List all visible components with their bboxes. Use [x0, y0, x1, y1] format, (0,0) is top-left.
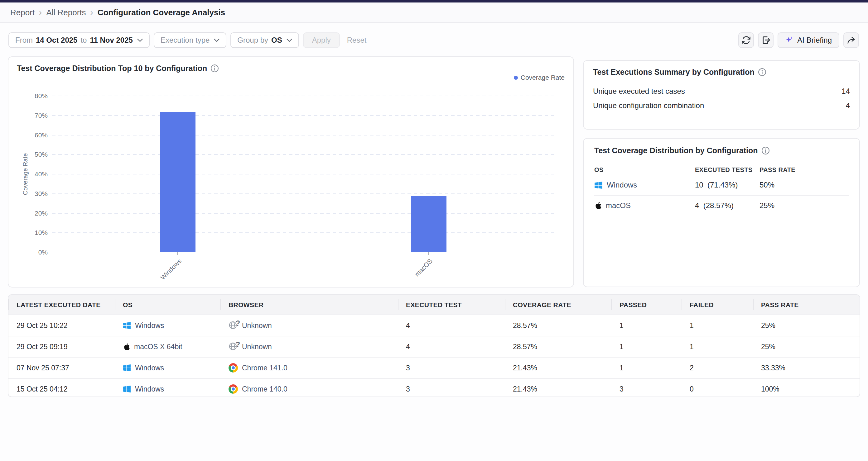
execution-type-label: Execution type	[161, 36, 210, 44]
info-icon[interactable]	[762, 146, 770, 155]
distribution-header: OSEXECUTED TESTSPASS RATE	[594, 164, 849, 175]
gridline	[52, 135, 554, 135]
info-icon[interactable]	[211, 64, 219, 73]
summary-row-label: Unique executed test cases	[593, 87, 685, 96]
distribution-os-name: macOS	[606, 201, 631, 210]
gridline	[52, 232, 554, 233]
chevron-down-icon	[286, 39, 292, 42]
top-accent-strip	[0, 0, 868, 2]
legend-label: Coverage Rate	[521, 74, 565, 81]
table-header-cell: FAILED	[682, 295, 753, 315]
distribution-row[interactable]: Windows 10 (71.43%) 50%	[594, 175, 849, 196]
cell-browser: Chrome 141.0	[220, 363, 398, 372]
cell-failed: 1	[682, 322, 753, 330]
chart-title: Test Coverage Distribution Top 10 by Con…	[17, 64, 207, 73]
page-title: Configuration Coverage Analysis	[98, 8, 225, 18]
table-header-row: LATEST EXECUTED DATEOSBROWSEREXECUTED TE…	[8, 295, 860, 315]
cell-os: Windows	[115, 385, 220, 393]
group-by-dropdown[interactable]: Group by OS	[230, 32, 299, 48]
chevron-right-separator: ›	[90, 8, 93, 17]
cell-latest-executed-date: 15 Oct 25 04:12	[8, 385, 115, 393]
group-by-label: Group by	[237, 36, 268, 44]
chrome-icon	[228, 384, 238, 394]
executions-table-card: LATEST EXECUTED DATEOSBROWSEREXECUTED TE…	[8, 294, 860, 397]
os-name: Windows	[135, 385, 164, 393]
cell-latest-executed-date: 29 Oct 25 10:22	[8, 322, 115, 330]
reset-button[interactable]: Reset	[344, 36, 370, 44]
unknown-browser-icon: ?	[228, 321, 238, 330]
legend-item-coverage-rate[interactable]: Coverage Rate	[514, 74, 565, 81]
table-header-cell: PASSED	[611, 295, 682, 315]
cell-failed: 2	[682, 364, 753, 372]
distribution-executed-tests: 4 (28.57%)	[695, 201, 760, 210]
cell-coverage-rate: 21.43%	[505, 364, 611, 372]
y-axis-tick-label: 0%	[38, 249, 48, 256]
ai-briefing-label: AI Briefing	[797, 36, 832, 44]
share-button[interactable]	[843, 32, 859, 48]
date-range-to-label: to	[81, 36, 87, 44]
cell-latest-executed-date: 29 Oct 25 09:19	[8, 343, 115, 351]
summary-row-label: Unique configuration combination	[593, 101, 704, 110]
y-axis-tick-label: 60%	[35, 131, 48, 139]
table-header-cell: EXECUTED TEST	[398, 295, 505, 315]
date-range-from-label: From	[15, 36, 33, 44]
table-body: 29 Oct 25 10:22 Windows ?	[8, 315, 860, 397]
x-axis-label: macOS	[413, 257, 434, 278]
cell-pass-rate: 33.33%	[753, 364, 860, 372]
export-button[interactable]	[758, 32, 774, 48]
distribution-row[interactable]: macOS 4 (28.57%) 25%	[594, 196, 849, 216]
breadcrumb-link-all-reports[interactable]: All Reports	[46, 8, 86, 18]
distribution-pass-rate: 50%	[760, 180, 849, 189]
distribution-rows: Windows 10 (71.43%) 50% macOS 4 (28.57%)	[594, 175, 849, 216]
table-header-cell: PASS RATE	[753, 295, 860, 315]
cell-pass-rate: 25%	[753, 343, 860, 351]
distribution-os-name: Windows	[607, 180, 637, 189]
distribution-header-cell: EXECUTED TESTS	[695, 166, 760, 173]
table-header-cell: BROWSER	[220, 295, 398, 315]
cell-os: Windows	[115, 322, 220, 330]
summary-row-value: 4	[846, 101, 850, 110]
os-name: Windows	[135, 364, 164, 372]
summary-row: Unique configuration combination 4	[593, 98, 850, 113]
chart-bar-macos[interactable]	[411, 196, 446, 252]
y-axis-labels: 0%10%20%30%40%50%60%70%80%	[8, 96, 48, 252]
breadcrumb-link-report[interactable]: Report	[10, 8, 35, 18]
windows-icon	[594, 181, 603, 189]
cell-passed: 1	[611, 364, 682, 372]
summary-card-title: Test Executions Summary by Configuration	[593, 68, 754, 77]
table-row[interactable]: 15 Oct 25 04:12 Windows Chrome 140.0 3	[8, 378, 860, 397]
refresh-button[interactable]	[738, 32, 754, 48]
chevron-right-separator: ›	[39, 8, 42, 17]
table-row[interactable]: 07 Nov 25 07:37 Windows Chrome 141.0 3	[8, 357, 860, 378]
x-axis-label: Windows	[159, 257, 183, 281]
executions-summary-card: Test Executions Summary by Configuration…	[583, 60, 860, 130]
table-row[interactable]: 29 Oct 25 10:22 Windows ?	[8, 315, 860, 336]
cell-pass-rate: 100%	[753, 385, 860, 393]
distribution-pass-rate: 25%	[760, 201, 849, 210]
info-icon[interactable]	[758, 68, 766, 76]
breadcrumb: Report › All Reports › Configuration Cov…	[0, 2, 868, 23]
cell-os: macOS X 64bit	[115, 343, 220, 351]
gridline	[52, 174, 554, 174]
table-row[interactable]: 29 Oct 25 09:19 macOS X 64bit ?	[8, 336, 860, 357]
y-axis-tick-label: 40%	[35, 170, 48, 178]
cell-passed: 1	[611, 343, 682, 351]
browser-name: Chrome 140.0	[242, 385, 287, 393]
cell-coverage-rate: 28.57%	[505, 343, 611, 351]
apply-button[interactable]: Apply	[303, 32, 340, 48]
chart-bar-windows[interactable]	[160, 112, 195, 252]
x-axis-tick	[428, 252, 429, 255]
coverage-distribution-chart-card: Test Coverage Distribution Top 10 by Con…	[8, 56, 574, 288]
cell-latest-executed-date: 07 Nov 25 07:37	[8, 364, 115, 372]
share-forward-icon	[846, 35, 856, 45]
date-range-dropdown[interactable]: From 14 Oct 2025 to 11 Nov 2025	[8, 32, 150, 48]
gridline	[52, 193, 554, 194]
y-axis-tick-label: 50%	[35, 151, 48, 158]
apple-icon	[594, 201, 602, 210]
execution-type-dropdown[interactable]: Execution type	[154, 32, 226, 48]
table-header-cell: LATEST EXECUTED DATE	[8, 295, 115, 315]
bar-chart-plot: WindowsmacOS	[52, 96, 554, 252]
summary-rows: Unique executed test cases 14 Unique con…	[593, 84, 850, 113]
cell-browser: Chrome 140.0	[220, 384, 398, 394]
ai-briefing-button[interactable]: AI Briefing	[778, 32, 839, 48]
